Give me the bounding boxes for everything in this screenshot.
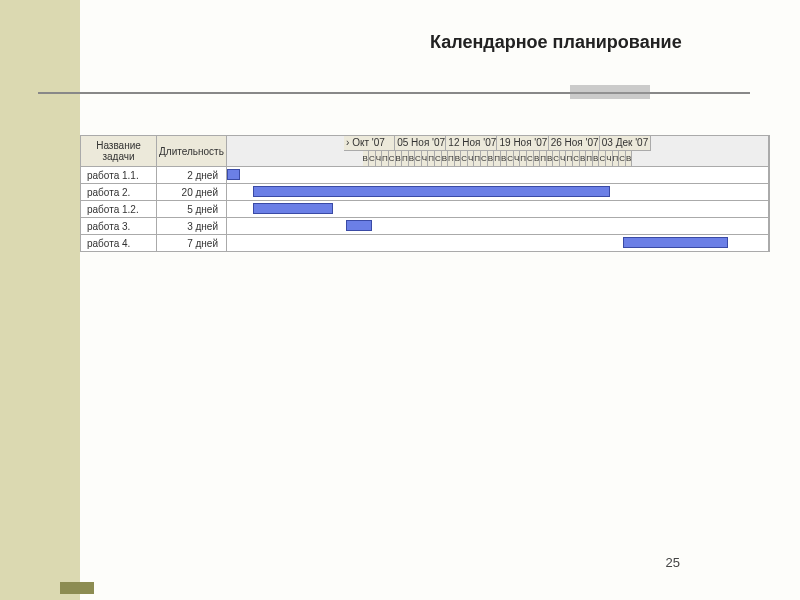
task-timeline <box>227 201 769 217</box>
day-label: С <box>527 151 534 166</box>
task-duration: 7 дней <box>157 235 227 251</box>
day-label: П <box>613 151 620 166</box>
gantt-header: Название задачи Длительность › Окт '0705… <box>81 136 769 166</box>
day-label: П <box>382 151 389 166</box>
week-label: › Окт '07 <box>344 136 395 151</box>
day-label: П <box>540 151 547 166</box>
day-label: С <box>553 151 560 166</box>
task-name: работа 1.2. <box>81 201 157 217</box>
week-label: 26 Ноя '07 <box>549 136 600 151</box>
task-timeline <box>227 235 769 251</box>
task-duration: 3 дней <box>157 218 227 234</box>
gantt-bar <box>346 220 372 231</box>
day-label: П <box>428 151 435 166</box>
task-name: работа 4. <box>81 235 157 251</box>
day-label: С <box>481 151 488 166</box>
day-label: С <box>599 151 606 166</box>
slide-title: Календарное планирование <box>430 32 682 53</box>
task-row: работа 1.2.5 дней <box>81 200 769 217</box>
day-label: С <box>389 151 396 166</box>
day-label: П <box>566 151 573 166</box>
week-label: 19 Ноя '07 <box>497 136 548 151</box>
day-label: П <box>474 151 481 166</box>
day-label: П <box>402 151 409 166</box>
col-header-duration: Длительность <box>157 136 227 166</box>
task-duration: 5 дней <box>157 201 227 217</box>
day-label: В <box>626 151 632 166</box>
day-label: С <box>461 151 468 166</box>
gantt-bar <box>227 169 240 180</box>
week-label: 03 Дек '07 <box>600 136 651 151</box>
gantt-bar <box>253 186 609 197</box>
task-row: работа 1.1.2 дней <box>81 166 769 183</box>
day-label: П <box>586 151 593 166</box>
task-duration: 20 дней <box>157 184 227 200</box>
task-timeline <box>227 218 769 234</box>
day-label: С <box>415 151 422 166</box>
day-label: С <box>619 151 626 166</box>
task-row: работа 4.7 дней <box>81 234 769 251</box>
day-label: П <box>520 151 527 166</box>
rule-accent <box>570 85 650 99</box>
task-name: работа 2. <box>81 184 157 200</box>
task-name: работа 3. <box>81 218 157 234</box>
task-duration: 2 дней <box>157 167 227 183</box>
gantt-bar <box>623 237 729 248</box>
corner-accent <box>60 582 94 594</box>
gantt-chart: Название задачи Длительность › Окт '0705… <box>80 135 770 252</box>
day-label: С <box>507 151 514 166</box>
task-row: работа 3.3 дней <box>81 217 769 234</box>
day-label: П <box>494 151 501 166</box>
task-timeline <box>227 167 769 183</box>
day-label: С <box>435 151 442 166</box>
timeline-header: › Окт '0705 Ноя '0712 Ноя '0719 Ноя '072… <box>227 136 769 166</box>
col-header-name: Название задачи <box>81 136 157 166</box>
week-label: 12 Ноя '07 <box>446 136 497 151</box>
slide-sidebar <box>0 0 80 600</box>
day-label: С <box>573 151 580 166</box>
day-label: С <box>369 151 376 166</box>
task-timeline <box>227 184 769 200</box>
week-label: 05 Ноя '07 <box>395 136 446 151</box>
gantt-bar <box>253 203 332 214</box>
day-label: П <box>448 151 455 166</box>
task-name: работа 1.1. <box>81 167 157 183</box>
page-number: 25 <box>666 555 680 570</box>
task-row: работа 2.20 дней <box>81 183 769 200</box>
